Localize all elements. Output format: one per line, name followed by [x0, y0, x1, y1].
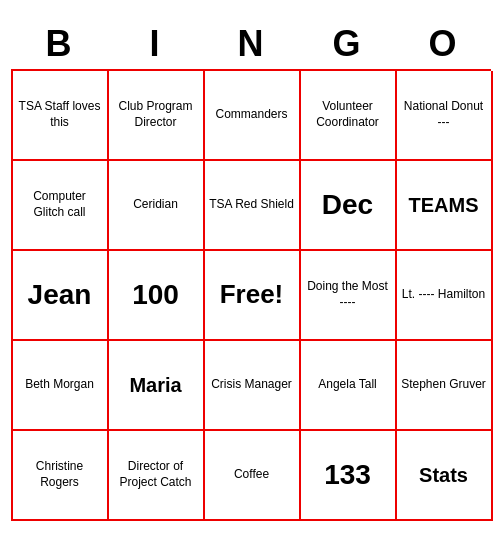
bingo-cell-r3-c4: Stephen Gruver: [397, 341, 493, 431]
bingo-cell-r0-c0: TSA Staff loves this: [13, 71, 109, 161]
cell-text-r1-c0: Computer Glitch call: [17, 189, 103, 220]
cell-text-r1-c2: TSA Red Shield: [209, 197, 294, 213]
bingo-card: BINGO TSA Staff loves thisClub Program D…: [11, 23, 491, 521]
bingo-cell-r1-c2: TSA Red Shield: [205, 161, 301, 251]
cell-text-r0-c0: TSA Staff loves this: [17, 99, 103, 130]
bingo-cell-r1-c1: Ceridian: [109, 161, 205, 251]
cell-text-r0-c2: Commanders: [215, 107, 287, 123]
cell-text-r2-c0: Jean: [28, 277, 92, 313]
bingo-cell-r1-c0: Computer Glitch call: [13, 161, 109, 251]
bingo-cell-r3-c1: Maria: [109, 341, 205, 431]
header-letter-n: N: [206, 23, 296, 65]
bingo-cell-r1-c4: TEAMS: [397, 161, 493, 251]
bingo-cell-r0-c4: National Donut ---: [397, 71, 493, 161]
bingo-cell-r4-c3: 133: [301, 431, 397, 521]
cell-text-r3-c3: Angela Tall: [318, 377, 377, 393]
cell-text-r4-c3: 133: [324, 457, 371, 493]
bingo-cell-r2-c1: 100: [109, 251, 205, 341]
bingo-cell-r2-c3: Doing the Most ----: [301, 251, 397, 341]
bingo-header: BINGO: [11, 23, 491, 65]
header-letter-i: I: [110, 23, 200, 65]
bingo-cell-r3-c3: Angela Tall: [301, 341, 397, 431]
bingo-cell-r2-c0: Jean: [13, 251, 109, 341]
cell-text-r4-c1: Director of Project Catch: [113, 459, 199, 490]
cell-text-r2-c4: Lt. ---- Hamilton: [402, 287, 485, 303]
cell-text-r4-c4: Stats: [419, 462, 468, 488]
cell-text-r0-c3: Volunteer Coordinator: [305, 99, 391, 130]
cell-text-r3-c2: Crisis Manager: [211, 377, 292, 393]
bingo-cell-r4-c2: Coffee: [205, 431, 301, 521]
cell-text-r1-c1: Ceridian: [133, 197, 178, 213]
header-letter-b: B: [14, 23, 104, 65]
cell-text-r4-c2: Coffee: [234, 467, 269, 483]
cell-text-r3-c1: Maria: [129, 372, 181, 398]
cell-text-r1-c3: Dec: [322, 187, 373, 223]
bingo-cell-r0-c1: Club Program Director: [109, 71, 205, 161]
cell-text-r0-c4: National Donut ---: [401, 99, 487, 130]
cell-text-r0-c1: Club Program Director: [113, 99, 199, 130]
bingo-cell-r2-c2: Free!: [205, 251, 301, 341]
bingo-cell-r3-c0: Beth Morgan: [13, 341, 109, 431]
bingo-cell-r2-c4: Lt. ---- Hamilton: [397, 251, 493, 341]
bingo-cell-r4-c0: Christine Rogers: [13, 431, 109, 521]
cell-text-r4-c0: Christine Rogers: [17, 459, 103, 490]
cell-text-r2-c1: 100: [132, 277, 179, 313]
bingo-cell-r0-c3: Volunteer Coordinator: [301, 71, 397, 161]
header-letter-g: G: [302, 23, 392, 65]
bingo-cell-r0-c2: Commanders: [205, 71, 301, 161]
bingo-cell-r4-c4: Stats: [397, 431, 493, 521]
bingo-grid: TSA Staff loves thisClub Program Directo…: [11, 69, 491, 521]
cell-text-r3-c0: Beth Morgan: [25, 377, 94, 393]
cell-text-r1-c4: TEAMS: [409, 192, 479, 218]
bingo-cell-r3-c2: Crisis Manager: [205, 341, 301, 431]
header-letter-o: O: [398, 23, 488, 65]
bingo-cell-r1-c3: Dec: [301, 161, 397, 251]
cell-text-r2-c2: Free!: [220, 278, 284, 312]
bingo-cell-r4-c1: Director of Project Catch: [109, 431, 205, 521]
cell-text-r2-c3: Doing the Most ----: [305, 279, 391, 310]
cell-text-r3-c4: Stephen Gruver: [401, 377, 486, 393]
